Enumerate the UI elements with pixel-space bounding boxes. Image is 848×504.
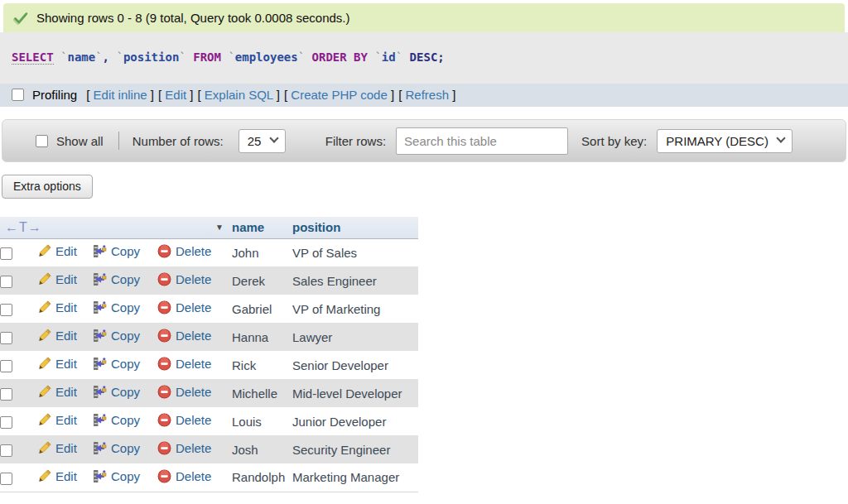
row-select-checkbox[interactable] (0, 304, 12, 316)
delete-link[interactable]: Delete (157, 413, 211, 427)
row-select-checkbox[interactable] (0, 360, 12, 372)
row-select-checkbox[interactable] (0, 332, 12, 344)
copy-insert-icon (93, 272, 107, 286)
cell-name: Gabriel (232, 295, 292, 323)
sql-token: ORDER BY (312, 50, 368, 64)
bracket: [ (197, 88, 204, 102)
profiling-checkbox[interactable] (12, 89, 24, 101)
copy-label: Copy (111, 441, 140, 455)
delete-label: Delete (176, 244, 211, 258)
edit-label: Edit (55, 413, 77, 427)
delete-link[interactable]: Delete (157, 385, 211, 399)
sql-token: name (67, 50, 95, 64)
sql-token (186, 50, 193, 64)
profiling-link-edit[interactable]: Edit (165, 88, 186, 102)
sql-token: ; (437, 50, 444, 64)
delete-icon (157, 385, 171, 399)
delete-icon (157, 441, 171, 455)
delete-label: Delete (176, 272, 211, 286)
row-select-checkbox[interactable] (0, 388, 12, 401)
copy-label: Copy (111, 300, 140, 314)
delete-link[interactable]: Delete (157, 357, 211, 371)
row-select-checkbox[interactable] (0, 247, 12, 260)
edit-link[interactable]: Edit (37, 244, 77, 258)
copy-link[interactable]: Copy (93, 469, 140, 483)
row-select-checkbox[interactable] (0, 416, 12, 429)
sql-token: FROM (193, 50, 221, 64)
delete-link[interactable]: Delete (157, 469, 211, 483)
profiling-link-refresh[interactable]: Refresh (406, 88, 450, 102)
column-options-toggle[interactable]: ←T→ (5, 220, 42, 235)
filter-table-input[interactable] (396, 127, 568, 155)
edit-link[interactable]: Edit (37, 300, 77, 314)
edit-label: Edit (55, 272, 77, 286)
row-select-checkbox[interactable] (0, 444, 12, 457)
edit-link[interactable]: Edit (37, 469, 77, 483)
pencil-icon (37, 413, 51, 427)
extra-options-button[interactable]: Extra options (2, 175, 93, 199)
copy-link[interactable]: Copy (93, 441, 140, 455)
bracket: ] (449, 88, 455, 102)
delete-link[interactable]: Delete (157, 272, 211, 286)
show-all-checkbox[interactable] (36, 135, 48, 147)
row-select-checkbox[interactable] (0, 473, 12, 485)
delete-link[interactable]: Delete (157, 300, 211, 314)
copy-link[interactable]: Copy (93, 413, 140, 427)
delete-link[interactable]: Delete (157, 244, 211, 258)
delete-label: Delete (176, 469, 211, 483)
results-table: ←T→ ▼ name position Edit (0, 217, 418, 492)
sql-token: , (103, 50, 117, 64)
edit-link[interactable]: Edit (37, 385, 77, 399)
sort-key-select[interactable]: PRIMARY (DESC) (657, 129, 793, 153)
sql-token: ` (116, 50, 123, 64)
table-row: Edit Copy (0, 463, 418, 492)
bracket: ] (186, 88, 193, 102)
copy-label: Copy (111, 329, 140, 343)
sql-token: ` (95, 50, 102, 64)
copy-link[interactable]: Copy (93, 357, 140, 371)
cell-name: Derek (232, 266, 292, 295)
copy-link[interactable]: Copy (93, 385, 140, 399)
column-header-name[interactable]: name (232, 217, 292, 238)
delete-link[interactable]: Delete (157, 329, 211, 343)
sort-desc-icon: ▼ (215, 223, 224, 232)
edit-link[interactable]: Edit (37, 357, 77, 371)
copy-link[interactable]: Copy (93, 329, 140, 343)
rows-per-page-select[interactable]: 25 (238, 129, 286, 153)
copy-label: Copy (111, 413, 140, 427)
pencil-icon (37, 244, 51, 258)
profiling-link-group: [ Refresh ] (398, 88, 455, 102)
column-header-position[interactable]: position (292, 217, 418, 238)
sql-query-box: SELECT `name`, `position` FROM `employee… (0, 32, 848, 84)
copy-label: Copy (111, 357, 140, 371)
edit-link[interactable]: Edit (37, 441, 77, 455)
delete-icon (157, 469, 171, 483)
delete-icon (157, 329, 171, 343)
delete-link[interactable]: Delete (157, 441, 211, 455)
delete-label: Delete (176, 357, 211, 371)
table-row: Edit Copy (0, 407, 418, 435)
profiling-link-create-php-code[interactable]: Create PHP code (291, 88, 387, 102)
edit-link[interactable]: Edit (37, 329, 77, 343)
cell-position: VP of Sales (292, 238, 418, 266)
delete-icon (157, 272, 171, 286)
sql-keyword-link[interactable]: SELECT (12, 50, 54, 65)
delete-icon (157, 244, 171, 258)
edit-link[interactable]: Edit (37, 413, 77, 427)
profiling-link-explain-sql[interactable]: Explain SQL (205, 88, 273, 102)
sql-token (305, 50, 311, 64)
bracket: ] (273, 88, 280, 102)
pencil-icon (37, 357, 51, 371)
table-row: Edit Copy (0, 351, 418, 379)
copy-label: Copy (111, 469, 140, 483)
copy-link[interactable]: Copy (93, 300, 140, 314)
copy-link[interactable]: Copy (93, 272, 140, 286)
copy-insert-icon (93, 413, 107, 427)
row-select-checkbox[interactable] (0, 276, 12, 288)
pencil-icon (37, 300, 51, 314)
profiling-link-edit-inline[interactable]: Edit inline (94, 88, 147, 102)
copy-insert-icon (93, 441, 107, 455)
edit-link[interactable]: Edit (37, 272, 77, 286)
table-row: Edit Copy (0, 238, 418, 266)
copy-link[interactable]: Copy (93, 244, 140, 258)
